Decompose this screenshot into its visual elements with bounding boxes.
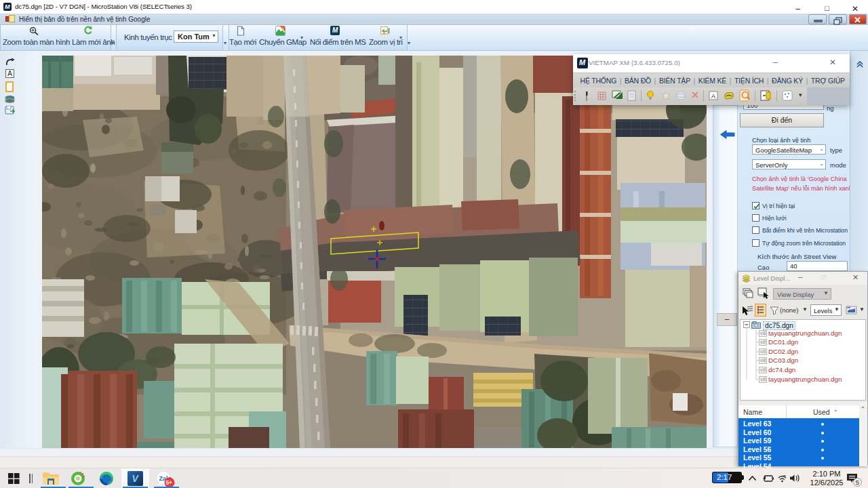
svg-text:5+: 5+ [165, 479, 172, 486]
svg-text:A: A [711, 93, 715, 100]
